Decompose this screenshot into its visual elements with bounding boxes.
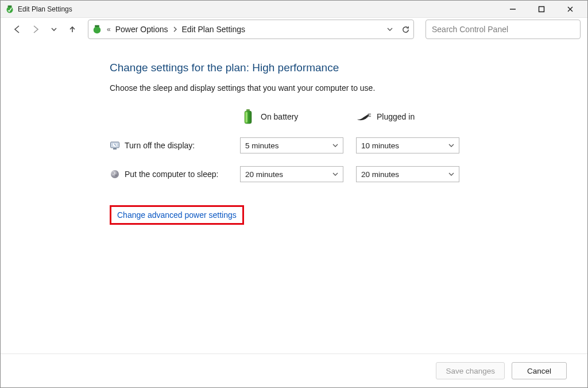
nav-row: « Power Options Edit Plan Settings — [1, 18, 587, 41]
up-button[interactable] — [66, 23, 79, 36]
button-label: Cancel — [527, 367, 551, 375]
settings-grid: On battery Plugged in — [110, 109, 564, 182]
window-frame: Edit Plan Settings — [0, 0, 588, 388]
column-on-battery-label: On battery — [261, 112, 298, 121]
select-display-battery[interactable]: 5 minutes — [240, 137, 343, 153]
column-on-battery: On battery — [240, 109, 349, 125]
breadcrumb-root[interactable]: Power Options — [115, 25, 168, 34]
chevron-down-icon — [332, 143, 338, 148]
chevron-right-icon — [172, 26, 179, 32]
refresh-button[interactable] — [401, 25, 410, 34]
content-area: Change settings for the plan: High perfo… — [1, 41, 587, 354]
chevron-down-icon — [332, 172, 338, 176]
chevron-down-icon — [448, 143, 454, 148]
svg-rect-1 — [8, 5, 12, 7]
window-controls — [505, 3, 583, 15]
highlight-box: Change advanced power settings — [110, 205, 244, 225]
row-sleep-label: Put the computer to sleep: — [125, 170, 218, 179]
window-title: Edit Plan Settings — [18, 5, 72, 13]
battery-icon — [240, 109, 256, 125]
breadcrumb-leaf[interactable]: Edit Plan Settings — [182, 25, 246, 34]
column-plugged-in: Plugged in — [356, 109, 465, 125]
footer: Save changes Cancel — [1, 354, 587, 387]
button-label: Save changes — [446, 367, 495, 375]
sleep-icon — [110, 169, 120, 179]
select-value: 20 minutes — [245, 170, 283, 179]
search-input[interactable] — [425, 20, 581, 39]
svg-point-0 — [7, 6, 13, 13]
row-sleep: Put the computer to sleep: — [110, 169, 233, 179]
svg-point-17 — [113, 172, 114, 174]
change-advanced-settings-link[interactable]: Change advanced power settings — [117, 210, 237, 220]
address-bar[interactable]: « Power Options Edit Plan Settings — [88, 20, 414, 39]
svg-point-6 — [94, 26, 100, 33]
display-icon — [110, 140, 120, 151]
save-changes-button[interactable]: Save changes — [436, 362, 505, 379]
select-value: 10 minutes — [361, 141, 399, 150]
address-dropdown-button[interactable] — [386, 26, 393, 33]
select-value: 5 minutes — [245, 141, 279, 150]
svg-rect-3 — [539, 6, 544, 11]
address-bar-tail — [386, 25, 410, 34]
svg-rect-10 — [246, 112, 247, 122]
svg-rect-15 — [113, 148, 117, 149]
app-icon — [5, 5, 14, 14]
recent-locations-button[interactable] — [48, 23, 60, 36]
page-heading: Change settings for the plan: High perfo… — [110, 62, 564, 74]
select-sleep-plugged[interactable]: 20 minutes — [356, 166, 459, 182]
chevron-down-icon — [448, 172, 454, 176]
cancel-button[interactable]: Cancel — [512, 362, 567, 379]
column-plugged-in-label: Plugged in — [377, 112, 415, 121]
svg-rect-11 — [368, 113, 372, 114]
svg-rect-12 — [368, 116, 372, 117]
row-turn-off-display: Turn off the display: — [110, 140, 233, 151]
select-sleep-battery[interactable]: 20 minutes — [240, 166, 343, 182]
close-button[interactable] — [562, 3, 578, 15]
minimize-button[interactable] — [505, 3, 521, 15]
back-button[interactable] — [11, 23, 24, 36]
forward-button[interactable] — [29, 23, 42, 36]
select-display-plugged[interactable]: 10 minutes — [356, 137, 459, 153]
titlebar: Edit Plan Settings — [1, 1, 587, 18]
page-subtext: Choose the sleep and display settings th… — [110, 83, 564, 93]
svg-rect-8 — [246, 109, 250, 111]
control-panel-icon — [92, 24, 102, 34]
svg-point-16 — [111, 170, 119, 178]
svg-rect-9 — [245, 111, 252, 124]
plug-icon — [356, 109, 372, 125]
row-display-label: Turn off the display: — [125, 141, 195, 150]
breadcrumb-root-chevron-icon: « — [106, 25, 112, 33]
select-value: 20 minutes — [361, 170, 399, 179]
svg-rect-7 — [95, 25, 99, 27]
svg-point-18 — [115, 175, 117, 176]
maximize-button[interactable] — [533, 3, 550, 15]
